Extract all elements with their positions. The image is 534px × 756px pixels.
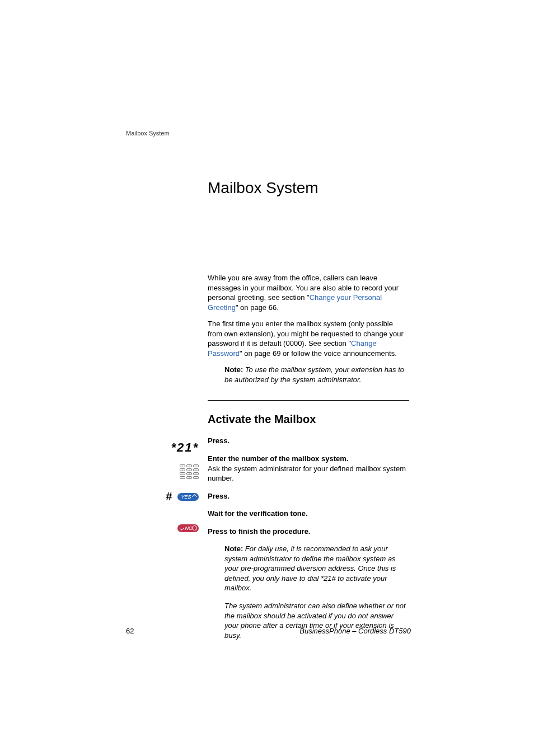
step-2-bold: Enter the number of the mailbox system. [208,454,348,463]
note-label: Note: [224,544,243,553]
running-header: Mailbox System [126,130,170,137]
dial-code-icon: *21* [171,440,199,454]
step-5: Press to finish the procedure. [208,527,409,537]
intro-note: Note: To use the mailbox system, your ex… [224,365,409,384]
keypad-icon: 123 456 789 *0# [126,459,199,479]
text: " on page 66. [236,303,279,312]
note-text: For daily use, it is recommended to ask … [224,544,396,592]
text: " on page 69 or follow the voice announc… [240,349,397,358]
footer-product: BusinessPhone – Cordless DT590 [299,627,411,635]
hash-icon: # [166,490,172,503]
page-number: 62 [126,627,134,635]
key-hash-yes: # YES [126,490,199,503]
note-label: Note: [224,365,243,374]
step-2-text: Ask the system administrator for your de… [208,464,406,483]
page-title: Mailbox System [208,179,318,197]
intro-para-2: The first time you enter the mailbox sys… [208,319,409,358]
section-title: Activate the Mailbox [208,413,409,426]
intro-para-1: While you are away from the office, call… [208,273,409,312]
step-1: Press. [208,436,409,446]
yes-label: YES [181,494,191,500]
divider [208,400,409,401]
section-note-1: Note: For daily use, it is recommended t… [224,544,409,593]
no-label: NO [185,525,193,531]
step-3: Press. [208,491,409,501]
yes-button-icon: YES [177,493,199,501]
key-no: NO [126,523,199,533]
step-2: Enter the number of the mailbox system. … [208,454,409,483]
key-dial-code: *21* [126,440,199,455]
step-4: Wait for the verification tone. [208,509,409,519]
note-text: To use the mailbox system, your extensio… [224,365,404,384]
no-button-icon: NO [177,524,199,532]
content-column: While you are away from the office, call… [208,273,409,648]
